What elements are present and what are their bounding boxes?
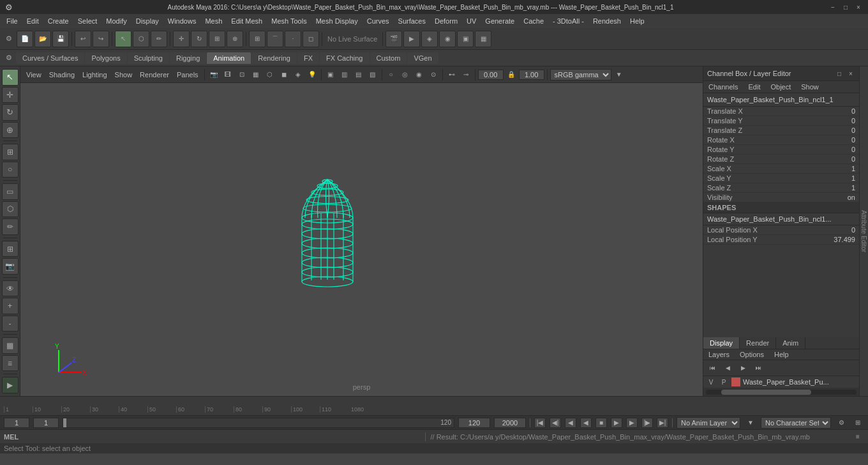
maximize-button[interactable]: □	[841, 3, 850, 11]
transform-tool-button[interactable]: ⊞	[2, 144, 19, 160]
menu-rendesh[interactable]: Rendesh	[589, 16, 625, 26]
shelf-snap-point[interactable]: ·	[285, 31, 301, 47]
vp-icon-d[interactable]: ⊙	[427, 68, 440, 81]
menu-select[interactable]: Select	[74, 16, 101, 26]
char-set-select[interactable]: No Character Set	[761, 417, 831, 429]
char-set-icon1[interactable]: ⚙	[835, 416, 848, 429]
vp-icon-texture[interactable]: ◈	[292, 68, 304, 81]
channel-translate-z[interactable]: Translate Z 0	[703, 126, 859, 135]
lighting-menu[interactable]: Lighting	[79, 70, 110, 80]
timeline[interactable]: 1 10 20 30 40 50 60 70 80 90 100 110 108…	[0, 396, 868, 415]
rect-select-button[interactable]: ▭	[2, 183, 19, 200]
channel-scale-y[interactable]: Scale Y 1	[703, 174, 859, 183]
vp-icon-7[interactable]: ▧	[366, 68, 379, 81]
menu-create[interactable]: Create	[44, 16, 73, 26]
show-hide-button[interactable]: 👁	[2, 280, 19, 297]
vp-icon-wire[interactable]: ⬡	[264, 68, 276, 81]
channel-scale-x[interactable]: Scale X 1	[703, 164, 859, 174]
tab-polygons[interactable]: Polygons	[85, 52, 126, 64]
layers-tab-options[interactable]: Options	[735, 349, 769, 360]
ungroup-button[interactable]: -	[2, 316, 19, 332]
ch-tab-show[interactable]: Show	[796, 81, 824, 93]
panel-tab-anim[interactable]: Anim	[776, 337, 805, 349]
close-button[interactable]: ×	[854, 3, 863, 11]
panel-close-button[interactable]: ×	[846, 69, 855, 78]
channel-scale-z[interactable]: Scale Z 1	[703, 183, 859, 193]
snap-grid-button[interactable]: ⊞	[2, 241, 19, 257]
menu-modify[interactable]: Modify	[102, 16, 130, 26]
minimize-button[interactable]: −	[828, 3, 837, 11]
channel-button[interactable]: ≡	[2, 355, 19, 372]
menu-3dto[interactable]: - 3DtoAll -	[549, 16, 588, 26]
transport-ffwd[interactable]: ▶|	[657, 418, 668, 428]
menu-file[interactable]: File	[3, 16, 22, 26]
menu-curves[interactable]: Curves	[363, 16, 393, 26]
viewport-field1[interactable]	[478, 70, 504, 80]
menu-mesh-display[interactable]: Mesh Display	[312, 16, 362, 26]
shelf-snap-grid[interactable]: ⊞	[249, 31, 266, 47]
layer-nav-prev-prev[interactable]: ⏮	[706, 362, 719, 374]
vp-icon-res[interactable]: ⊸	[460, 68, 472, 81]
channel-rotate-z[interactable]: Rotate Z 0	[703, 155, 859, 164]
shading-menu[interactable]: Shading	[46, 70, 78, 80]
tab-rendering[interactable]: Rendering	[251, 52, 297, 64]
menu-edit[interactable]: Edit	[23, 16, 43, 26]
layer-item[interactable]: V P Waste_Paper_Basket_Pu...	[703, 376, 859, 388]
max-frame-input[interactable]	[494, 418, 526, 428]
layer-nav-prev[interactable]: ◀	[721, 362, 734, 374]
menu-help[interactable]: Help	[626, 16, 648, 26]
channel-local-pos-y[interactable]: Local Position Y 37.499	[703, 235, 859, 245]
shelf-settings[interactable]: ⚙	[3, 33, 15, 45]
vp-icon-4[interactable]: ▣	[324, 68, 337, 81]
menu-cache[interactable]: Cache	[520, 16, 548, 26]
render-button[interactable]: ▶	[2, 377, 19, 393]
vp-icon-snap[interactable]: ⊡	[236, 68, 248, 81]
layers-scroll-thumb[interactable]	[721, 390, 812, 395]
group-button[interactable]: +	[2, 298, 19, 314]
menu-mesh-tools[interactable]: Mesh Tools	[267, 16, 310, 26]
tab-vgen[interactable]: VGen	[407, 52, 438, 64]
transport-play-back[interactable]: ◀	[580, 418, 592, 428]
shelf-paint[interactable]: ✏	[151, 31, 167, 47]
tab-animation[interactable]: Animation	[207, 52, 251, 64]
menu-generate[interactable]: Generate	[481, 16, 518, 26]
vp-icon-c[interactable]: ◉	[413, 68, 426, 81]
layer-nav-next[interactable]: ▶	[737, 362, 749, 374]
shelf-scale[interactable]: ⊞	[209, 31, 225, 47]
layers-tab-layers[interactable]: Layers	[703, 349, 735, 360]
shelf-snap-curve[interactable]: ⌒	[267, 31, 283, 47]
start-frame-input[interactable]	[33, 418, 59, 428]
tab-fx[interactable]: FX	[297, 52, 319, 64]
tab-sculpting[interactable]: Sculpting	[128, 52, 169, 64]
tab-curves-surfaces[interactable]: Curves / Surfaces	[16, 52, 84, 64]
lasso-select-button[interactable]: ⬡	[2, 201, 19, 218]
attribute-editor-label[interactable]: Attribute Editor	[859, 66, 868, 396]
channel-visibility[interactable]: Visibility on	[703, 193, 859, 202]
shelf-undo[interactable]: ↩	[75, 31, 91, 47]
transport-stop[interactable]: ■	[595, 418, 607, 428]
vp-gamma-arrow[interactable]: ▼	[613, 68, 625, 81]
menu-surfaces[interactable]: Surfaces	[394, 16, 430, 26]
camera-button[interactable]: 📷	[2, 258, 19, 275]
workspace-settings[interactable]: ⚙	[3, 52, 15, 65]
gamma-select[interactable]: sRGB gamma	[550, 69, 611, 80]
shelf-redo[interactable]: ↪	[93, 31, 109, 47]
transport-step-back[interactable]: ◀|	[550, 418, 561, 428]
char-set-icon2[interactable]: ⊞	[851, 416, 864, 429]
tab-rigging[interactable]: Rigging	[170, 52, 206, 64]
transport-next[interactable]: ▶	[626, 418, 638, 428]
rotate-tool-button[interactable]: ↻	[2, 104, 19, 121]
channel-translate-y[interactable]: Translate Y 0	[703, 116, 859, 126]
shelf-ipr[interactable]: ▶	[403, 31, 420, 47]
menu-display[interactable]: Display	[132, 16, 163, 26]
shelf-scene-render[interactable]: ◉	[439, 31, 456, 47]
menu-deform[interactable]: Deform	[431, 16, 461, 26]
vp-icon-a[interactable]: ○	[385, 68, 398, 81]
current-frame-input[interactable]	[4, 418, 29, 428]
transport-rewind[interactable]: |◀	[534, 418, 546, 428]
script-editor-icon[interactable]: ≡	[851, 431, 864, 443]
vp-icon-6[interactable]: ▤	[352, 68, 365, 81]
layer-nav-next-next[interactable]: ⏭	[752, 362, 765, 374]
shelf-ui2[interactable]: ▦	[475, 31, 491, 47]
shelf-move[interactable]: ✛	[173, 31, 190, 47]
